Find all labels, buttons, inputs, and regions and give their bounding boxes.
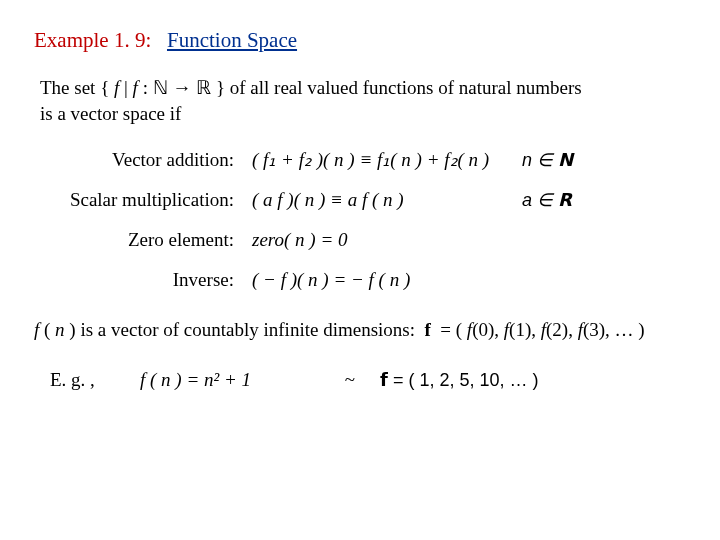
- label-zero: Zero element:: [34, 229, 252, 251]
- example-name: Function Space: [167, 28, 297, 52]
- label-inverse: Inverse:: [34, 269, 252, 291]
- def-scalar-text: ( a f )( n ) ≡ a f ( n ): [252, 189, 404, 210]
- intro-f1: f: [114, 77, 124, 98]
- cond-addition: n ∈ 𝗡: [522, 149, 686, 171]
- vector-description: f ( n ) is a vector of countably infinit…: [34, 319, 686, 341]
- row-scalar: Scalar multiplication: ( a f )( n ) ≡ a …: [34, 189, 686, 211]
- example-row: E. g. , f ( n ) = n² + 1 ~ 𝗳 = ( 1, 2, 5…: [34, 369, 686, 391]
- intro-map: : ℕ → ℝ } of all real valued functions o…: [143, 77, 582, 98]
- eg-def-text: f ( n ) = n² + 1: [140, 369, 251, 390]
- def-addition-text: ( f₁ + f₂ )( n ) ≡ f₁( n ) + f₂( n ): [252, 149, 489, 170]
- title: Example 1. 9: Function Space: [34, 28, 686, 53]
- row-inverse: Inverse: ( − f )( n ) = − f ( n ): [34, 269, 686, 291]
- intro-pre: The set {: [40, 77, 114, 98]
- intro-mid: |: [124, 77, 133, 98]
- row-zero: Zero element: zero( n ) = 0: [34, 229, 686, 251]
- tilde-icon: ~: [320, 369, 380, 391]
- row-addition: Vector addition: ( f₁ + f₂ )( n ) ≡ f₁( …: [34, 148, 686, 171]
- eg-vec: 𝗳 = ( 1, 2, 5, 10, … ): [380, 369, 686, 391]
- def-zero: zero( n ) = 0: [252, 229, 522, 251]
- def-addition: ( f₁ + f₂ )( n ) ≡ f₁( n ) + f₂( n ): [252, 148, 522, 171]
- label-scalar: Scalar multiplication:: [34, 189, 252, 211]
- def-scalar: ( a f )( n ) ≡ a f ( n ): [252, 189, 522, 211]
- cond-addition-text: n ∈ 𝗡: [522, 150, 573, 170]
- cond-scalar-text: a ∈ 𝗥: [522, 190, 572, 210]
- intro-f2: f: [133, 77, 143, 98]
- eg-label: E. g. ,: [34, 369, 140, 391]
- intro-text: The set { f | f : ℕ → ℝ } of all real va…: [40, 75, 686, 126]
- def-inverse-text: ( − f )( n ) = − f ( n ): [252, 269, 410, 290]
- def-inverse: ( − f )( n ) = − f ( n ): [252, 269, 522, 291]
- cond-scalar: a ∈ 𝗥: [522, 189, 686, 211]
- intro-line2: is a vector space if: [40, 103, 181, 124]
- eg-def: f ( n ) = n² + 1: [140, 369, 320, 391]
- def-zero-text: zero( n ) = 0: [252, 229, 348, 250]
- definition-rows: Vector addition: ( f₁ + f₂ )( n ) ≡ f₁( …: [34, 148, 686, 291]
- example-number: Example 1. 9:: [34, 28, 151, 52]
- label-addition: Vector addition:: [34, 149, 252, 171]
- slide: Example 1. 9: Function Space The set { f…: [0, 0, 720, 419]
